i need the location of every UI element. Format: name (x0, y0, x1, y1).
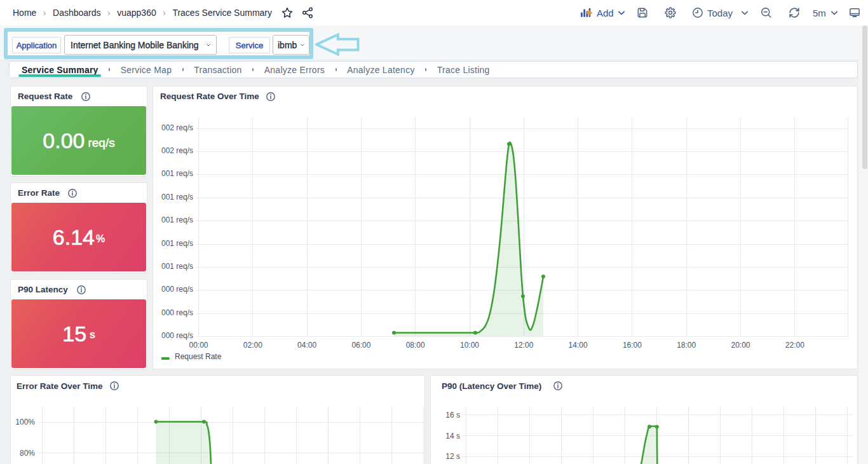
svg-text:00:00: 00:00 (189, 341, 208, 350)
svg-text:80%: 80% (20, 449, 35, 458)
svg-text:001 req/s: 001 req/s (161, 239, 193, 248)
svg-text:20:00: 20:00 (731, 341, 750, 350)
svg-text:000 req/s: 000 req/s (161, 308, 193, 317)
svg-text:02:00: 02:00 (243, 341, 262, 350)
svg-text:10:00: 10:00 (460, 341, 479, 350)
svg-text:22:00: 22:00 (785, 341, 804, 350)
svg-text:14 s: 14 s (445, 432, 460, 440)
svg-text:12 s: 12 s (445, 452, 460, 461)
svg-text:001 req/s: 001 req/s (161, 169, 193, 178)
svg-text:000 req/s: 000 req/s (161, 285, 193, 294)
svg-text:04:00: 04:00 (297, 341, 316, 350)
svg-text:100%: 100% (15, 418, 35, 426)
svg-text:001 req/s: 001 req/s (161, 215, 193, 224)
svg-text:16:00: 16:00 (623, 341, 642, 350)
svg-text:12:00: 12:00 (514, 341, 533, 350)
svg-text:002 req/s: 002 req/s (161, 146, 193, 155)
svg-text:001 req/s: 001 req/s (161, 193, 193, 201)
svg-text:08:00: 08:00 (406, 341, 425, 350)
svg-text:18:00: 18:00 (677, 341, 696, 350)
svg-text:14:00: 14:00 (569, 341, 588, 350)
svg-text:000 req/s: 000 req/s (161, 331, 193, 340)
svg-text:16 s: 16 s (445, 411, 460, 420)
svg-text:002 req/s: 002 req/s (161, 123, 193, 132)
svg-text:06:00: 06:00 (351, 341, 370, 350)
svg-text:001 req/s: 001 req/s (161, 262, 193, 271)
svg-text:Request Rate: Request Rate (175, 352, 222, 361)
